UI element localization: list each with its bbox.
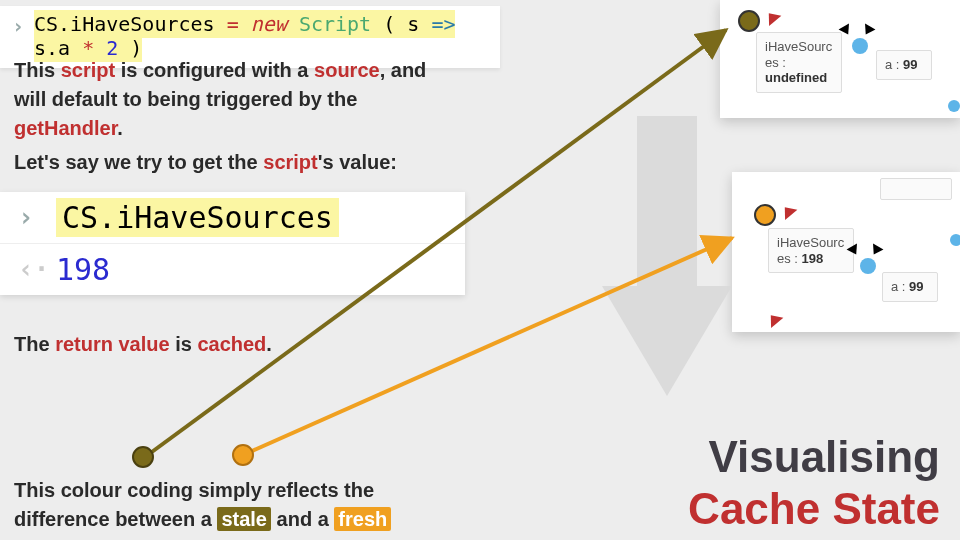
- legend-dot-stale: [133, 447, 153, 467]
- repl-block: › CS.iHaveSources ‹· 198: [0, 192, 465, 295]
- node-label-a: a : 99: [876, 50, 932, 80]
- explain-para-3: The return value is cached.: [14, 330, 454, 359]
- title-line-2: Cache State: [688, 484, 940, 534]
- node-label-name: iHaveSourc es :: [765, 39, 832, 70]
- code-token-open: ( s: [383, 12, 431, 36]
- text: is: [170, 333, 198, 355]
- repl-input-value: CS.iHaveSources: [56, 198, 339, 237]
- node-dot-blue: [860, 258, 876, 274]
- text-em: script: [263, 151, 317, 173]
- legend-dot-fresh: [233, 445, 253, 465]
- text-em: cached: [197, 333, 266, 355]
- repl-input-row: › CS.iHaveSources: [0, 192, 465, 243]
- explain-para-1: This script is configured with a source,…: [14, 56, 454, 143]
- text: .: [266, 333, 272, 355]
- node-label-empty: [880, 178, 952, 200]
- text-em: source: [314, 59, 380, 81]
- repl-output-value: 198: [56, 252, 110, 287]
- text: This: [14, 59, 61, 81]
- node-label-a-name: a :: [891, 279, 909, 294]
- text-em: script: [61, 59, 115, 81]
- node-dot-stale: [738, 10, 760, 32]
- text: 's value:: [318, 151, 397, 173]
- arrowhead-icon: [779, 202, 798, 220]
- node-dot-blue-small: [950, 234, 960, 246]
- node-dot-fresh: [754, 204, 776, 226]
- text: and a: [271, 508, 334, 530]
- node-label-a-value: 99: [909, 279, 923, 294]
- repl-output-row: ‹· 198: [0, 244, 465, 295]
- text: is configured with a: [115, 59, 314, 81]
- node-label-a-value: 99: [903, 57, 917, 72]
- node-label-ihavesources: iHaveSourc es : undefined: [756, 32, 842, 93]
- arrowhead-icon: [869, 244, 884, 258]
- graph-card-fresh: iHaveSourc es : 198 a : 99: [732, 172, 960, 332]
- node-label-value: 198: [802, 251, 824, 266]
- node-label-value: undefined: [765, 70, 827, 85]
- node-label-ihavesources: iHaveSourc es : 198: [768, 228, 854, 273]
- code-token-lhs: CS.iHaveSources: [34, 12, 227, 36]
- code-highlight: CS.iHaveSources = new Script ( s => s.a …: [34, 10, 455, 62]
- chevron-left-icon: ‹·: [18, 254, 49, 284]
- arrowhead-icon: [763, 8, 782, 26]
- badge-fresh: fresh: [334, 507, 391, 531]
- arrowhead-icon: [765, 310, 784, 328]
- text: .: [117, 117, 123, 139]
- code-token-assign: =: [227, 12, 239, 36]
- chevron-right-icon: ›: [18, 202, 34, 232]
- text-em: getHandler: [14, 117, 117, 139]
- node-dot-blue: [852, 38, 868, 54]
- arrowhead-icon: [861, 24, 876, 38]
- text-em: return value: [55, 333, 169, 355]
- explain-para-4: This colour coding simply reflects the d…: [14, 476, 454, 540]
- code-token-new: new: [239, 12, 287, 36]
- badge-stale: stale: [217, 507, 271, 531]
- text: The: [14, 333, 55, 355]
- code-token-type: Script: [287, 12, 383, 36]
- down-arrow-icon: [602, 116, 732, 396]
- explain-para-2: Let's say we try to get the script's val…: [14, 148, 454, 177]
- node-label-a-name: a :: [885, 57, 903, 72]
- chevron-right-icon: ›: [12, 14, 24, 38]
- text: Let's say we try to get the: [14, 151, 263, 173]
- code-token-arrow: =>: [431, 12, 455, 36]
- node-dot-blue-small: [948, 100, 960, 112]
- graph-card-stale: iHaveSourc es : undefined a : 99: [720, 0, 960, 118]
- node-label-a: a : 99: [882, 272, 938, 302]
- title-line-1: Visualising: [709, 432, 941, 482]
